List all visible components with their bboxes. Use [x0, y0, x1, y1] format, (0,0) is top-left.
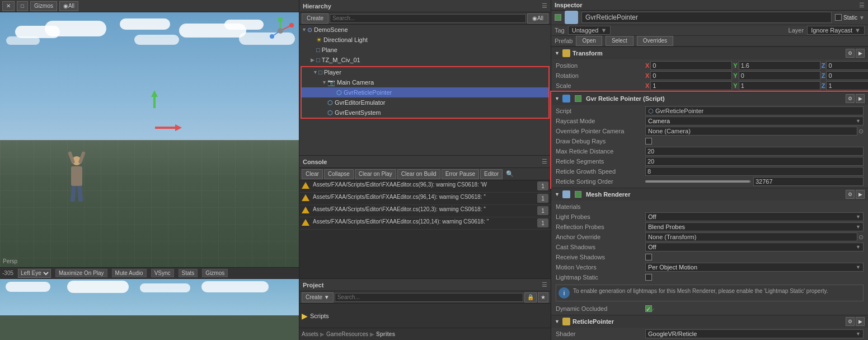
console-row[interactable]: Assets/FXAA/Scripts/Editor\FXAAEditor.cs…: [299, 217, 551, 230]
project-folder-scripts[interactable]: ▶ Scripts: [302, 311, 329, 320]
gizmos-btn[interactable]: Gizmos: [30, 1, 57, 11]
rotation-x-input[interactable]: [650, 71, 732, 80]
collapse-btn[interactable]: Collapse: [324, 169, 354, 179]
hier-item-player[interactable]: ▼ □ Player: [302, 67, 548, 77]
ground: [0, 140, 299, 268]
sorting-order-track[interactable]: [645, 180, 751, 183]
draw-debug-checkbox[interactable]: [645, 138, 652, 145]
project-menu-icon[interactable]: ☰: [542, 281, 547, 288]
rotation-z-input[interactable]: [826, 71, 868, 80]
hier-arrow: ▼: [322, 80, 327, 85]
prefab-select-btn[interactable]: Select: [606, 36, 634, 46]
max-reticle-input[interactable]: [645, 147, 864, 156]
breadcrumb-gameresources[interactable]: GameResources: [326, 331, 368, 337]
prefab-overrides-btn[interactable]: Overrides: [637, 36, 673, 46]
hierarchy-menu-icon[interactable]: ☰: [542, 2, 547, 10]
mute-audio-btn[interactable]: Mute Audio: [112, 269, 147, 277]
transform-header[interactable]: ▼ Transform ⚙ ▶: [551, 47, 868, 59]
hier-item-gvreventsys[interactable]: ⬡ GvrEventSystem: [302, 108, 548, 118]
position-y-input[interactable]: [739, 61, 820, 70]
hier-item-maincam[interactable]: ▼ 📷 Main Camera: [302, 77, 548, 87]
scene-toolbar: ✕ □ Gizmos ◉All: [0, 0, 299, 12]
scale-y-input[interactable]: [739, 81, 820, 90]
reflection-probes-value[interactable]: Blend Probes ▼: [645, 222, 864, 231]
reticle-settings-btn[interactable]: ⚙: [846, 317, 855, 326]
y-axis-label: Y: [733, 62, 737, 69]
prefab-open-btn[interactable]: Open: [576, 36, 602, 46]
breadcrumb-sprites[interactable]: Sprites: [376, 331, 395, 337]
sorting-order-input[interactable]: [753, 177, 864, 186]
scene-layout-btn[interactable]: □: [17, 1, 28, 11]
light-probes-value[interactable]: Off ▼: [645, 212, 864, 221]
project-star-btn[interactable]: ★: [538, 292, 548, 302]
scene-close-btn[interactable]: ✕: [2, 1, 15, 11]
error-pause-btn[interactable]: Error Pause: [442, 169, 479, 179]
hier-item-gvrreticle[interactable]: ⬡ GvrReticlePointer: [302, 87, 548, 97]
rotation-y-input[interactable]: [739, 71, 820, 80]
receive-shadows-checkbox[interactable]: [645, 254, 652, 260]
clear-on-play-btn[interactable]: Clear on Play: [355, 169, 396, 179]
position-z-input[interactable]: [826, 61, 868, 70]
gvr-settings-btn[interactable]: ⚙: [846, 94, 855, 103]
reticle-seg-input[interactable]: [645, 157, 864, 166]
tag-value[interactable]: Untagged ▼: [568, 26, 611, 35]
scale-z-input[interactable]: [826, 81, 868, 90]
mesh-settings-btn[interactable]: ⚙: [846, 190, 855, 199]
override-cam-pick-btn[interactable]: ⊙: [858, 128, 864, 135]
hierarchy-create-btn[interactable]: Create: [302, 13, 329, 24]
motion-vectors-value[interactable]: Per Object Motion ▼: [645, 263, 864, 272]
left-eye-select[interactable]: Left Eye: [18, 269, 51, 278]
reticle-growth-input[interactable]: [645, 167, 864, 176]
scene-all-btn[interactable]: ◉All: [59, 1, 78, 11]
mesh-overflow-btn[interactable]: ▶: [856, 190, 865, 199]
scale-x-input[interactable]: [650, 81, 732, 90]
shader-label: Shader: [556, 330, 645, 337]
hier-item-plane[interactable]: □ Plane: [299, 45, 551, 55]
transform-settings-btn[interactable]: ⚙: [846, 49, 855, 58]
raycast-value[interactable]: Camera ▼: [645, 117, 864, 125]
console-row[interactable]: Assets/FXAA/Scripts/Editor\FXAAEditor.cs…: [299, 205, 551, 217]
layer-value[interactable]: Ignore Raycast ▼: [807, 26, 865, 35]
static-checkbox[interactable]: [835, 14, 842, 21]
console-row[interactable]: Assets/FXAA/Scripts/Editor\FXAAEditor.cs…: [299, 180, 551, 193]
console-row[interactable]: Assets/FXAA/Scripts/Editor\FXAAEditor.cs…: [299, 193, 551, 205]
position-x-input[interactable]: [650, 61, 732, 70]
project-create-btn[interactable]: Create ▼: [302, 292, 334, 302]
shader-value[interactable]: GoogleVR/Reticle ▼: [645, 329, 864, 338]
mesh-active-checkbox[interactable]: [575, 191, 581, 198]
lightmap-static-checkbox[interactable]: [645, 274, 652, 281]
gizmos-bottom-btn[interactable]: Gizmos: [202, 269, 228, 277]
inspector-menu-icon[interactable]: ☰: [859, 2, 865, 9]
reticle-pointer-header[interactable]: ▼ ReticlePointer ⚙ ▶: [551, 315, 868, 328]
static-dropdown-arrow[interactable]: ▼: [859, 15, 865, 21]
cast-shadows-value[interactable]: Off ▼: [645, 243, 864, 251]
transform-overflow-btn[interactable]: ▶: [856, 49, 865, 58]
hierarchy-search[interactable]: [330, 14, 526, 23]
breadcrumb-assets[interactable]: Assets: [302, 331, 318, 337]
project-search[interactable]: [335, 293, 523, 302]
inspector-title-row: Static ▼: [551, 11, 868, 25]
clear-on-build-btn[interactable]: Clear on Build: [397, 169, 440, 179]
hier-item-tzmciv[interactable]: ▶ □ TZ_M_Civ_01: [299, 55, 551, 65]
anchor-pick-btn[interactable]: ⊙: [858, 234, 864, 241]
hier-item-dirlight[interactable]: ☀ Directional Light: [299, 35, 551, 45]
gameobject-active-checkbox[interactable]: [555, 14, 561, 21]
stats-btn[interactable]: Stats: [179, 269, 198, 277]
mesh-renderer-header[interactable]: ▼ Mesh Renderer ⚙ ▶: [551, 188, 868, 201]
gvr-arrow: ▼: [555, 96, 560, 101]
dynamic-occluded-checkbox[interactable]: ✓: [645, 305, 652, 312]
console-menu-icon[interactable]: ☰: [542, 158, 547, 165]
reticle-overflow-btn[interactable]: ▶: [856, 317, 865, 326]
hier-item-demoscene[interactable]: ▼ ⊙ DemoScene: [299, 25, 551, 35]
object-name-input[interactable]: [581, 12, 832, 23]
gvr-active-checkbox[interactable]: [575, 95, 581, 102]
clear-btn[interactable]: Clear: [302, 169, 323, 179]
editor-btn[interactable]: Editor: [480, 169, 503, 179]
hier-item-gvreditor[interactable]: ⬡ GvrEditorEmulator: [302, 97, 548, 108]
maximize-btn[interactable]: Maximize On Play: [55, 269, 107, 277]
gvr-script-header[interactable]: ▼ Gvr Reticle Pointer (Script) ⚙ ▶: [551, 92, 868, 105]
project-lock-btn[interactable]: 🔒: [524, 292, 537, 302]
hierarchy-all-btn[interactable]: ◉All: [527, 13, 548, 24]
vsync-btn[interactable]: VSync: [151, 269, 174, 277]
gvr-overflow-btn[interactable]: ▶: [856, 94, 865, 103]
